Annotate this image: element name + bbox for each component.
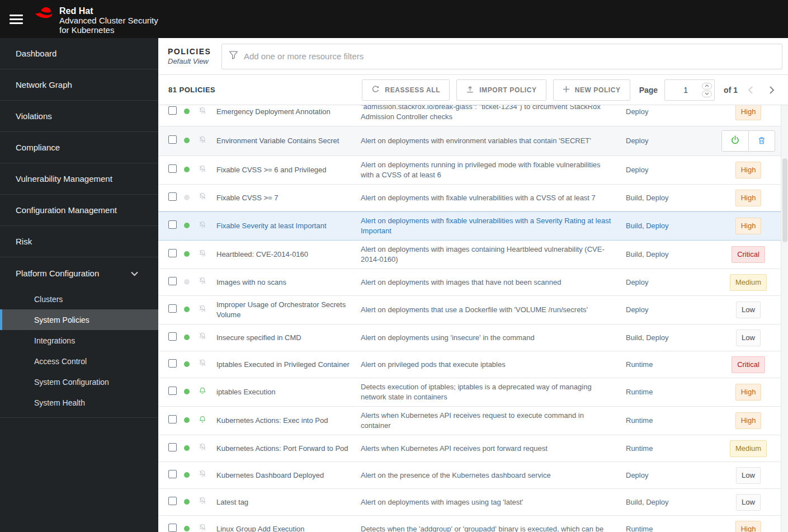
policy-name-link[interactable]: Fixable CVSS >= 7 bbox=[216, 193, 361, 203]
checkbox-cell bbox=[168, 497, 184, 508]
table-row[interactable]: Emergency Deployment Annotation"admissio… bbox=[158, 105, 781, 126]
sidebar-item-compliance[interactable]: Compliance bbox=[0, 132, 158, 163]
row-checkbox[interactable] bbox=[168, 249, 177, 257]
policy-description: Alert on deployments running in privileg… bbox=[361, 160, 626, 180]
resource-filter-bar[interactable] bbox=[221, 44, 782, 69]
sidebar-item-platform-configuration[interactable]: Platform Configuration bbox=[0, 257, 158, 289]
hamburger-menu-button[interactable] bbox=[0, 0, 32, 38]
table-row[interactable]: Fixable CVSS >= 6 and PrivilegedAlert on… bbox=[158, 156, 781, 185]
checkbox-cell bbox=[168, 220, 184, 232]
table-row[interactable]: Kubernetes Actions: Port Forward to PodA… bbox=[158, 435, 781, 462]
page-increment-button[interactable] bbox=[702, 83, 712, 90]
sidebar-item-network-graph[interactable]: Network Graph bbox=[0, 69, 158, 101]
reassess-all-button[interactable]: REASSESS ALL bbox=[362, 79, 450, 101]
vertical-scrollbar[interactable] bbox=[781, 105, 788, 532]
policy-name-link[interactable]: Improper Usage of Orchestrator Secrets V… bbox=[216, 300, 361, 320]
policy-lifecycle: Deploy bbox=[626, 277, 716, 288]
row-checkbox[interactable] bbox=[168, 497, 177, 505]
policy-status-cell bbox=[184, 470, 199, 481]
row-checkbox[interactable] bbox=[168, 135, 177, 144]
row-checkbox[interactable] bbox=[168, 106, 177, 115]
sidebar-item-violations[interactable]: Violations bbox=[0, 101, 158, 132]
row-checkbox[interactable] bbox=[168, 470, 177, 478]
row-checkbox[interactable] bbox=[168, 443, 177, 451]
page-title: POLICIES bbox=[168, 47, 214, 56]
policy-name-link[interactable]: Insecure specified in CMD bbox=[216, 333, 361, 343]
sidebar-item-vulnerability-management[interactable]: Vulnerability Management bbox=[0, 163, 158, 195]
policy-name-link[interactable]: Iptables Executed in Privileged Containe… bbox=[216, 360, 361, 370]
policy-name-link[interactable]: Images with no scans bbox=[216, 277, 361, 288]
policy-status-cell bbox=[184, 193, 199, 203]
disable-policy-button[interactable] bbox=[722, 131, 748, 151]
policy-name-link[interactable]: Emergency Deployment Annotation bbox=[216, 107, 361, 117]
sidebar-subitem-system-health[interactable]: System Health bbox=[0, 392, 158, 413]
filter-input[interactable] bbox=[244, 51, 775, 61]
table-row[interactable]: Iptables Executed in Privileged Containe… bbox=[158, 351, 781, 378]
table-row[interactable]: Latest tagAlert on deployments with imag… bbox=[158, 489, 781, 516]
policy-name-link[interactable]: Kubernetes Dashboard Deployed bbox=[216, 470, 361, 481]
sidebar-item-configuration-management[interactable]: Configuration Management bbox=[0, 195, 158, 226]
row-checkbox[interactable] bbox=[168, 220, 177, 229]
policy-name-link[interactable]: Kubernetes Actions: Exec into Pod bbox=[216, 416, 361, 426]
policy-enabled-dot bbox=[184, 251, 190, 257]
policy-status-cell bbox=[184, 360, 199, 370]
sidebar-subitems: ClustersSystem PoliciesIntegrationsAcces… bbox=[0, 289, 158, 418]
table-row[interactable]: iptables ExecutionDetects execution of i… bbox=[158, 378, 781, 407]
row-checkbox[interactable] bbox=[168, 277, 177, 285]
bell-slash-icon bbox=[199, 305, 206, 313]
notifier-cell bbox=[199, 470, 216, 481]
sidebar-item-risk[interactable]: Risk bbox=[0, 226, 158, 257]
row-checkbox[interactable] bbox=[168, 192, 177, 201]
sidebar-subitem-access-control[interactable]: Access Control bbox=[0, 351, 158, 371]
policy-enabled-dot bbox=[184, 138, 190, 143]
redhat-logo[interactable]: Red Hat Advanced Cluster Security for Ku… bbox=[32, 4, 158, 35]
sidebar-subitem-integrations[interactable]: Integrations bbox=[0, 330, 158, 351]
previous-page-button[interactable] bbox=[742, 82, 759, 98]
table-row[interactable]: Environment Variable Contains SecretAler… bbox=[158, 126, 781, 156]
table-row[interactable]: Improper Usage of Orchestrator Secrets V… bbox=[158, 296, 781, 324]
policy-name-link[interactable]: Fixable CVSS >= 6 and Privileged bbox=[216, 165, 361, 175]
sidebar-subitem-system-policies[interactable]: System Policies bbox=[0, 309, 158, 330]
table-row[interactable]: Kubernetes Actions: Exec into PodAlerts … bbox=[158, 407, 781, 435]
row-checkbox[interactable] bbox=[168, 304, 177, 313]
policy-table-body: Emergency Deployment Annotation"admissio… bbox=[158, 105, 781, 532]
sidebar-subitem-clusters[interactable]: Clusters bbox=[0, 289, 158, 309]
table-row[interactable]: Heartbleed: CVE-2014-0160Alert on deploy… bbox=[158, 241, 781, 269]
policy-name-link[interactable]: Environment Variable Contains Secret bbox=[216, 136, 361, 146]
policy-status-cell bbox=[184, 305, 199, 315]
policy-name-link[interactable]: Heartbleed: CVE-2014-0160 bbox=[216, 249, 361, 260]
row-checkbox[interactable] bbox=[168, 164, 177, 173]
sidebar-item-dashboard[interactable]: Dashboard bbox=[0, 38, 158, 69]
row-checkbox[interactable] bbox=[168, 332, 177, 341]
policy-name-link[interactable]: Fixable Severity at least Important bbox=[216, 221, 361, 231]
table-row[interactable]: Insecure specified in CMDAlert on deploy… bbox=[158, 324, 781, 351]
next-page-button[interactable] bbox=[763, 82, 780, 98]
scrollbar-thumb[interactable] bbox=[782, 158, 787, 242]
notifier-cell bbox=[199, 277, 216, 288]
page-number-input[interactable] bbox=[669, 86, 702, 95]
table-row[interactable]: Fixable CVSS >= 7Alert on deployments wi… bbox=[158, 185, 781, 211]
policy-name-link[interactable]: Linux Group Add Execution bbox=[216, 524, 361, 532]
table-row[interactable]: Linux Group Add ExecutionDetects when th… bbox=[158, 516, 781, 532]
sidebar-subitem-system-configuration[interactable]: System Configuration bbox=[0, 371, 158, 392]
table-row[interactable]: Kubernetes Dashboard DeployedAlert on th… bbox=[158, 462, 781, 489]
page-header: POLICIES Default View bbox=[158, 38, 788, 75]
row-checkbox[interactable] bbox=[168, 359, 177, 368]
checkbox-cell bbox=[168, 249, 184, 260]
table-row[interactable]: Fixable Severity at least ImportantAlert… bbox=[158, 211, 781, 241]
delete-policy-button[interactable] bbox=[748, 131, 775, 151]
policy-name-link[interactable]: iptables Execution bbox=[216, 387, 361, 397]
policy-enabled-dot bbox=[184, 499, 190, 505]
page-decrement-button[interactable] bbox=[702, 91, 712, 97]
table-row[interactable]: Images with no scansAlert on deployments… bbox=[158, 269, 781, 296]
row-checkbox[interactable] bbox=[168, 387, 177, 395]
policy-name-link[interactable]: Kubernetes Actions: Port Forward to Pod bbox=[216, 444, 361, 454]
import-policy-button[interactable]: IMPORT POLICY bbox=[456, 79, 546, 101]
new-policy-button[interactable]: NEW POLICY bbox=[553, 79, 630, 101]
policy-name-link[interactable]: Latest tag bbox=[216, 497, 361, 507]
row-checkbox[interactable] bbox=[168, 524, 177, 532]
policy-table: Emergency Deployment Annotation"admissio… bbox=[158, 105, 788, 532]
policy-lifecycle: Runtime bbox=[626, 524, 716, 532]
bell-slash-icon bbox=[199, 221, 206, 229]
row-checkbox[interactable] bbox=[168, 415, 177, 423]
